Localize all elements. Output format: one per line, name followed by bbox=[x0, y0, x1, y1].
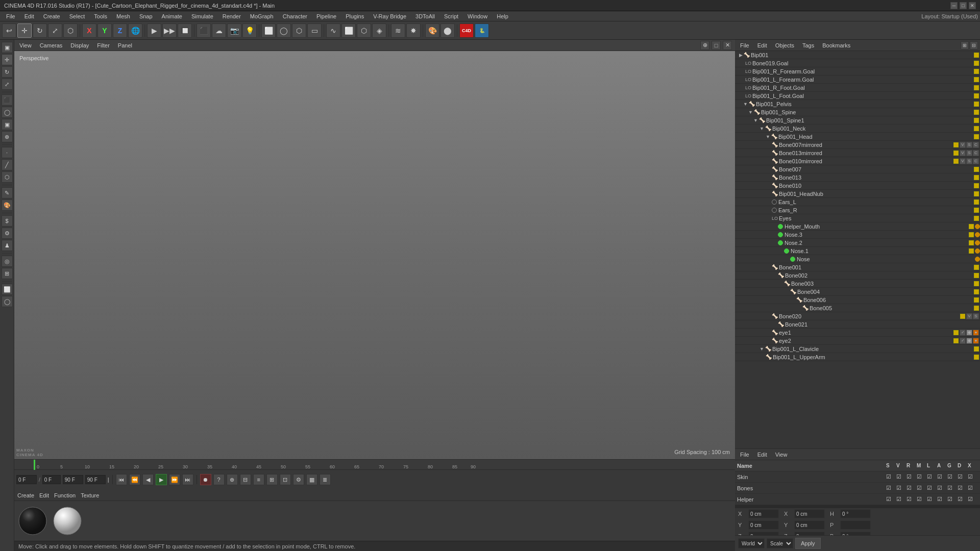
attrib-helper-d[interactable]: ☑ bbox=[958, 496, 968, 503]
tree-item-bone006[interactable]: 🦴 Bone006 bbox=[735, 296, 980, 304]
play-reverse[interactable]: ◀ bbox=[142, 474, 154, 485]
tree-item-bone021[interactable]: 🦴 Bone021 bbox=[735, 320, 980, 329]
tree-item-r-foot[interactable]: LO Bip001_R_Foot.Goal bbox=[735, 84, 980, 92]
attrib-menu-file[interactable]: File bbox=[737, 450, 752, 459]
menu-mograph[interactable]: MoGraph bbox=[246, 12, 278, 20]
mat-menu-create[interactable]: Create bbox=[17, 492, 34, 498]
menu-simulate[interactable]: Simulate bbox=[187, 12, 217, 20]
obj-menu-edit[interactable]: Edit bbox=[754, 41, 770, 49]
attrib-row-helper[interactable]: Helper ☑ ☑ ☑ ☑ ☑ ☑ ☑ ☑ ☑ bbox=[735, 494, 980, 505]
toolbar-plane[interactable]: ▭ bbox=[307, 23, 322, 38]
timeline-btn7[interactable]: ⚙ bbox=[293, 474, 304, 485]
menu-mesh[interactable]: Mesh bbox=[112, 12, 134, 20]
tree-item-eye2[interactable]: 🦴 eye2 ✓ ◆ ● bbox=[735, 337, 980, 345]
toolbar-extrude[interactable]: ◈ bbox=[372, 23, 386, 38]
tree-item-bone001[interactable]: 🦴 Bone001 bbox=[735, 263, 980, 271]
attrib-bones-v[interactable]: ☑ bbox=[896, 485, 906, 491]
menu-character[interactable]: Character bbox=[279, 12, 311, 20]
tree-item-nose2[interactable]: Nose.2 bbox=[735, 239, 980, 247]
vp-menu-cameras[interactable]: Cameras bbox=[38, 41, 65, 49]
attrib-helper-a[interactable]: ☑ bbox=[937, 496, 947, 503]
tree-item-spine[interactable]: ▼ 🦴 Bip001_Spine bbox=[735, 108, 980, 116]
toolbar-material[interactable]: 🎨 bbox=[425, 23, 439, 38]
attrib-helper-l[interactable]: ☑ bbox=[927, 496, 937, 503]
end-frame-input[interactable] bbox=[85, 475, 106, 484]
attrib-bones-s[interactable]: ☑ bbox=[886, 485, 896, 491]
menu-edit[interactable]: Edit bbox=[20, 12, 38, 20]
timeline-btn3[interactable]: ⊟ bbox=[240, 474, 251, 485]
tree-item-nose3[interactable]: Nose.3 bbox=[735, 231, 980, 239]
menu-animate[interactable]: Animate bbox=[158, 12, 186, 20]
timeline-btn1[interactable]: ? bbox=[213, 474, 225, 485]
obj-menu-objects[interactable]: Objects bbox=[772, 41, 797, 49]
tree-item-l-clavicle[interactable]: ▼ 🦴 Bip001_L_Clavicle bbox=[735, 345, 980, 353]
tool-dynamics[interactable]: ⚙ bbox=[2, 228, 13, 239]
obj-panel-icon1[interactable]: ⊞ bbox=[961, 41, 969, 49]
tree-item-l-upperarm[interactable]: 🦴 Bip001_L_UpperArm bbox=[735, 353, 980, 361]
coord-z-scale[interactable] bbox=[794, 532, 825, 535]
viewport[interactable]: X Y bbox=[14, 51, 735, 459]
menu-pipeline[interactable]: Pipeline bbox=[312, 12, 340, 20]
record-btn[interactable]: ⏺ bbox=[200, 474, 211, 485]
coord-b-rot[interactable] bbox=[840, 532, 871, 535]
toolbar-spline[interactable]: ∿ bbox=[326, 23, 340, 38]
tool-move[interactable]: ✛ bbox=[2, 54, 13, 65]
tree-item-bip001[interactable]: ▶ 🦴 Bip001 bbox=[735, 51, 980, 59]
menu-vray[interactable]: V-Ray Bridge bbox=[369, 12, 410, 20]
toolbar-y-axis[interactable]: Y bbox=[97, 23, 112, 38]
tool-character2[interactable]: ♟ bbox=[2, 240, 13, 251]
toolbar-cube[interactable]: ⬜ bbox=[261, 23, 276, 38]
tree-item-bone020[interactable]: 🦴 Bone020 V S bbox=[735, 312, 980, 320]
tree-item-nose[interactable]: Nose bbox=[735, 255, 980, 263]
tree-item-spine1[interactable]: ▼ 🦴 Bip001_Spine1 bbox=[735, 116, 980, 124]
tool-rotate[interactable]: ↻ bbox=[2, 66, 13, 78]
attrib-helper-x[interactable]: ☑ bbox=[968, 496, 978, 503]
tool-object[interactable]: ◯ bbox=[2, 107, 13, 118]
timeline-btn5[interactable]: ⊞ bbox=[266, 474, 278, 485]
vp-menu-view[interactable]: View bbox=[17, 41, 34, 49]
vp-icon-1[interactable]: ⊕ bbox=[700, 41, 709, 50]
timeline-btn2[interactable]: ⊕ bbox=[227, 474, 238, 485]
tree-item-bone002[interactable]: 🦴 Bone002 bbox=[735, 271, 980, 280]
menu-create[interactable]: Create bbox=[39, 12, 64, 20]
toolbar-sky[interactable]: ☁ bbox=[212, 23, 226, 38]
mat-menu-texture[interactable]: Texture bbox=[81, 492, 99, 498]
menu-window[interactable]: Window bbox=[463, 12, 492, 20]
vp-icon-2[interactable]: □ bbox=[712, 41, 721, 50]
tool-axis[interactable]: ⊕ bbox=[2, 131, 13, 142]
attrib-skin-a[interactable]: ☑ bbox=[937, 473, 947, 480]
tree-item-bone004[interactable]: 🦴 Bone004 bbox=[735, 288, 980, 296]
toolbar-c4d-logo[interactable]: C4D bbox=[459, 23, 474, 38]
tree-item-bone019goal[interactable]: LO Bone019.Goal bbox=[735, 59, 980, 67]
coord-h-rot[interactable] bbox=[840, 509, 871, 518]
toolbar-cylinder[interactable]: ⬡ bbox=[292, 23, 306, 38]
mat-menu-function[interactable]: Function bbox=[54, 492, 76, 498]
tool-misc2[interactable]: ◯ bbox=[2, 296, 13, 307]
obj-panel-icon2[interactable]: ⊟ bbox=[970, 41, 978, 49]
close-button[interactable]: ✕ bbox=[969, 2, 976, 9]
tree-item-bone007m[interactable]: 🦴 Bone007mirrored V S C bbox=[735, 141, 980, 149]
tree-item-eye1[interactable]: 🦴 eye1 ✓ ◆ ● bbox=[735, 329, 980, 337]
tree-item-nose1[interactable]: Nose.1 bbox=[735, 247, 980, 255]
attrib-row-skin[interactable]: Skin ☑ ☑ ☑ ☑ ☑ ☑ ☑ ☑ ☑ bbox=[735, 471, 980, 483]
toolbar-texture[interactable]: ⬤ bbox=[440, 23, 455, 38]
attrib-helper-r[interactable]: ☑ bbox=[906, 496, 917, 503]
tool-poly[interactable]: ⬡ bbox=[2, 171, 13, 183]
toolbar-render-active[interactable]: ▶▶ bbox=[162, 23, 177, 38]
vp-icon-3[interactable]: ✕ bbox=[723, 41, 732, 50]
tree-item-bone007[interactable]: 🦴 Bone007 bbox=[735, 165, 980, 173]
tree-item-l-foot[interactable]: LO Bip001_L_Foot.Goal bbox=[735, 92, 980, 100]
toolbar-camera[interactable]: 📷 bbox=[227, 23, 241, 38]
attrib-skin-g[interactable]: ☑ bbox=[947, 473, 958, 480]
menu-tools[interactable]: Tools bbox=[90, 12, 111, 20]
toolbar-select[interactable]: ⬡ bbox=[63, 23, 78, 38]
tool-scale[interactable]: ⤢ bbox=[2, 79, 13, 90]
toolbar-render-all[interactable]: 🔲 bbox=[178, 23, 192, 38]
attrib-bones-d[interactable]: ☑ bbox=[958, 485, 968, 491]
attrib-helper-g[interactable]: ☑ bbox=[947, 496, 958, 503]
toolbar-sweep[interactable]: ⬜ bbox=[341, 23, 356, 38]
toolbar-deformer[interactable]: ≋ bbox=[391, 23, 405, 38]
tree-item-pelvis[interactable]: ▼ 🦴 Bip001_Pelvis bbox=[735, 100, 980, 108]
toolbar-render-region[interactable]: ▶ bbox=[147, 23, 161, 38]
attrib-skin-v[interactable]: ☑ bbox=[896, 473, 906, 480]
